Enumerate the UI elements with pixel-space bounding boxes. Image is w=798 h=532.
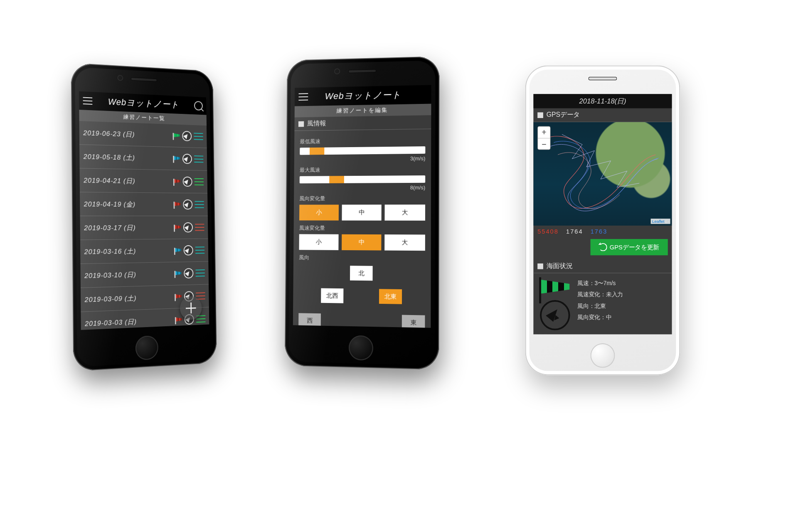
kv-winddir: 風向：北東	[577, 300, 623, 311]
min-wind-value: 3(m/s)	[300, 155, 425, 163]
windsock-icon	[174, 225, 181, 230]
row-date: 2019-05-18 (土)	[84, 152, 135, 162]
track-point-counts: 55408 1764 1763	[533, 226, 672, 237]
spdvar-large-button[interactable]: 大	[385, 234, 425, 251]
practice-note-row[interactable]: 2019-03-10 (日)	[80, 262, 209, 288]
dir-northeast-button[interactable]: 北東	[379, 289, 402, 304]
app-title: Webヨットノート	[325, 89, 402, 103]
phone-frame-right: 2018-11-18(日) GPSデータ	[525, 66, 680, 375]
dir-variation-label: 風向変化量	[299, 195, 425, 202]
zoom-in-button[interactable]: +	[538, 127, 550, 138]
practice-note-row[interactable]: 2019-06-23 (日)	[79, 121, 207, 148]
row-date: 2019-03-10 (日)	[84, 270, 136, 280]
wind-direction-label: 風向	[299, 254, 425, 262]
home-button[interactable]	[135, 335, 158, 360]
app-topbar: Webヨットノート	[79, 91, 207, 115]
detail-date: 2018-11-18(日)	[533, 94, 672, 108]
windsock-icon	[173, 133, 180, 139]
windsock-icon	[173, 202, 181, 207]
row-date: 2019-03-03 (日)	[85, 317, 137, 328]
refresh-icon	[599, 243, 607, 251]
compass-icon	[183, 222, 193, 232]
practice-note-row[interactable]: 2019-03-17 (日)	[80, 216, 208, 240]
row-date: 2019-06-23 (日)	[83, 128, 135, 139]
dir-northwest-button[interactable]: 北西	[321, 288, 343, 303]
dir-east-button[interactable]: 東	[402, 315, 425, 328]
windsock-icon	[538, 279, 571, 298]
row-date: 2019-04-21 (日)	[84, 175, 135, 185]
compass-icon	[183, 200, 192, 209]
phone-frame-center: Webヨットノート 練習ノートを編集 風情報 最低風速 3(m/s)	[285, 56, 439, 369]
waves-icon	[195, 224, 204, 231]
windsock-icon	[175, 317, 182, 323]
app-topbar: Webヨットノート	[295, 85, 431, 106]
waves-icon	[195, 201, 204, 208]
compass-icon	[540, 300, 570, 330]
windsock-icon	[173, 156, 180, 161]
row-date: 2019-03-16 (土)	[84, 246, 136, 256]
menu-icon[interactable]	[298, 93, 308, 101]
phone-frame-left: Webヨットノート 練習ノート一覧 2019-06-23 (日)2019-05-…	[71, 63, 217, 371]
count-white: 1764	[566, 228, 583, 235]
dirvar-large-button[interactable]: 大	[385, 204, 425, 221]
min-wind-slider[interactable]	[300, 146, 425, 155]
practice-note-row[interactable]: 2019-03-16 (土)	[80, 239, 208, 264]
home-button[interactable]	[349, 335, 373, 361]
row-date: 2019-03-09 (土)	[85, 293, 137, 304]
menu-icon[interactable]	[83, 97, 93, 105]
min-wind-label: 最低風速	[300, 136, 425, 145]
compass-icon	[182, 154, 192, 164]
compass-icon	[182, 131, 192, 141]
kv-windspeed: 風速：3〜7m/s	[577, 277, 623, 288]
row-date: 2019-03-17 (日)	[84, 223, 136, 233]
kv-winddir-var: 風向変化：中	[577, 312, 623, 323]
map-attribution: Leaflet | -	[651, 219, 670, 224]
app-title: Webヨットノート	[108, 96, 180, 111]
update-gps-label: GPSデータを更新	[610, 243, 659, 251]
waves-icon	[194, 155, 204, 163]
practice-note-row[interactable]: 2019-04-21 (日)	[80, 168, 208, 193]
section-wind-info: 風情報	[294, 115, 431, 131]
compass-icon	[184, 268, 193, 278]
gps-heading: GPSデータ	[547, 111, 580, 119]
square-bullet-icon	[537, 263, 543, 269]
max-wind-slider[interactable]	[300, 175, 426, 183]
max-wind-value: 8(m/s)	[300, 185, 426, 191]
zoom-out-button[interactable]: −	[538, 138, 550, 149]
windsock-icon	[173, 179, 181, 184]
waves-icon	[195, 246, 205, 254]
leaflet-link[interactable]: Leaflet	[652, 219, 664, 224]
dir-north-button[interactable]: 北	[350, 266, 373, 281]
dirvar-small-button[interactable]: 小	[299, 204, 339, 220]
search-icon[interactable]	[194, 101, 203, 111]
section-sea: 海面状況	[533, 259, 672, 273]
update-gps-button[interactable]: GPSデータを更新	[591, 239, 668, 255]
sea-heading: 海面状況	[547, 262, 573, 271]
spdvar-small-button[interactable]: 小	[299, 234, 339, 250]
practice-note-row[interactable]: 2019-05-18 (土)	[79, 145, 207, 171]
home-button[interactable]	[591, 343, 615, 368]
practice-note-row[interactable]: 2019-04-19 (金)	[80, 192, 208, 216]
edit-subtitle: 練習ノートを編集	[295, 104, 431, 118]
waves-icon	[194, 133, 203, 140]
waves-icon	[195, 178, 204, 185]
compass-icon	[183, 177, 192, 187]
windsock-icon	[174, 271, 182, 276]
count-red: 55408	[537, 228, 559, 235]
map-zoom-controls: + −	[537, 126, 550, 150]
gps-track-map[interactable]: + − Leaflet | -	[533, 122, 672, 226]
square-bullet-icon	[537, 112, 543, 118]
waves-icon	[195, 269, 205, 276]
row-date: 2019-04-19 (金)	[84, 200, 136, 209]
compass-icon	[184, 245, 193, 256]
spdvar-mid-button[interactable]: 中	[342, 234, 382, 251]
windsock-icon	[175, 294, 182, 300]
kv-windspeed-var: 風速変化：未入力	[577, 289, 623, 300]
max-wind-label: 最大風速	[300, 165, 425, 174]
count-blue: 1763	[591, 228, 608, 235]
dir-west-button[interactable]: 西	[298, 313, 321, 328]
windsock-icon	[174, 248, 182, 253]
square-bullet-icon	[298, 121, 304, 127]
section-wind-label: 風情報	[307, 119, 326, 128]
dirvar-mid-button[interactable]: 中	[342, 204, 382, 220]
